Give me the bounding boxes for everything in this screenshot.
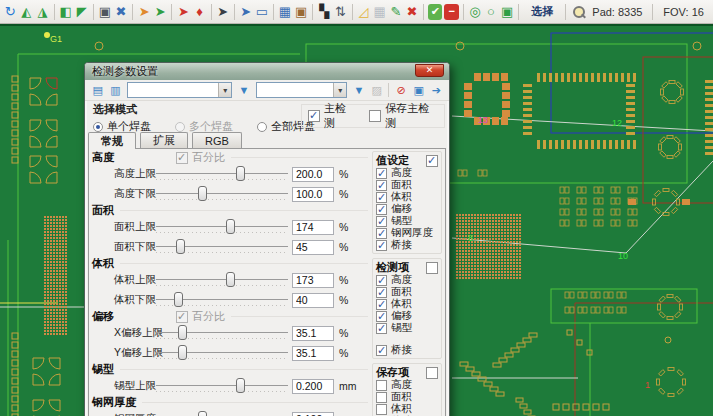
flip-horizontal-icon[interactable]: ◧	[57, 3, 73, 21]
select-button[interactable]: 选择	[522, 3, 562, 21]
param-value-input[interactable]	[292, 412, 334, 416]
slider-thumb-icon[interactable]	[176, 239, 185, 254]
grid-icon[interactable]: ▦	[277, 3, 293, 21]
param-value-input[interactable]	[292, 346, 334, 361]
mesh-icon[interactable]: ▦	[372, 3, 388, 21]
percent-option: 百分比	[176, 150, 225, 165]
slider-thumb-icon[interactable]	[226, 219, 235, 234]
mirror-a-right-icon[interactable]: ◮	[34, 3, 50, 21]
ruler-icon[interactable]: ◿	[355, 3, 371, 21]
main-toolbar: ↻◭◮◧◤▣✖➤➤➤♦➤➤▭▦▣▚⇅◿▦✎✖✔−◎○▣选择Pad: 8335FO…	[0, 0, 713, 24]
stop-icon[interactable]: −	[444, 4, 458, 20]
param-label: 锡型上限	[92, 379, 156, 393]
camera-icon[interactable]: ▣	[293, 3, 309, 21]
apply-template-2-icon[interactable]: ▼	[351, 82, 367, 98]
pin-green-icon[interactable]: ➤	[152, 3, 168, 21]
template-combo-2[interactable]: ▾	[256, 82, 347, 98]
param-group-header: 高度百分比	[92, 151, 368, 164]
rotate-icon[interactable]: ↻	[2, 3, 18, 21]
param-value-input[interactable]	[292, 167, 334, 182]
percent-label: 百分比	[192, 309, 225, 324]
pin-blue-icon[interactable]: ➤	[238, 3, 254, 21]
divider	[142, 402, 368, 403]
zoom-icon[interactable]	[569, 3, 585, 21]
edit-icon[interactable]: ✎	[388, 3, 404, 21]
param-slider[interactable]	[156, 410, 288, 416]
close-icon[interactable]: ✕	[415, 64, 444, 77]
tab-general[interactable]: 常规	[88, 132, 136, 149]
option-item[interactable]: 桥接	[376, 239, 438, 251]
param-slider[interactable]	[156, 324, 288, 342]
tiles-icon[interactable]: ▚	[316, 3, 332, 21]
param-value-input[interactable]	[292, 273, 334, 288]
open-add-icon[interactable]: ▥	[108, 82, 124, 98]
slider-thumb-icon[interactable]	[226, 272, 235, 287]
cancel-icon[interactable]: ⊘	[393, 82, 409, 98]
param-value-input[interactable]	[292, 379, 334, 394]
check-save-main-detection[interactable]: 保存主检测	[369, 101, 438, 131]
param-group-title: 钢网厚度	[92, 395, 136, 410]
apply-template-1-icon[interactable]: ▼	[236, 82, 252, 98]
param-value-input[interactable]	[292, 240, 334, 255]
circle-icon[interactable]: ○	[483, 3, 499, 21]
param-value-input[interactable]	[292, 293, 334, 308]
slider-thumb-icon[interactable]	[236, 378, 245, 393]
delete-icon[interactable]: ✖	[404, 3, 420, 21]
slider-thumb-icon[interactable]	[198, 186, 207, 201]
capture-icon[interactable]: ▣	[97, 3, 113, 21]
tab-rgb[interactable]: RGB	[192, 132, 242, 148]
pin-red-icon[interactable]: ➤	[175, 3, 191, 21]
open-icon[interactable]: ▤	[90, 82, 106, 98]
param-slider[interactable]	[156, 185, 288, 203]
option-label: 桥接	[391, 238, 412, 252]
svg-text:10: 10	[618, 251, 628, 261]
tab-extended[interactable]: 扩展	[140, 132, 188, 148]
check-main-detection[interactable]: 主检测	[308, 101, 355, 131]
param-group-0: 高度百分比高度上限%高度下限%	[92, 151, 368, 204]
checkbox-label: 主检测	[324, 101, 355, 131]
template-combo-1[interactable]: ▾	[127, 82, 232, 98]
param-slider[interactable]	[156, 218, 288, 236]
selection-box-icon[interactable]: ▭	[254, 3, 270, 21]
save-icon[interactable]: ▣	[411, 82, 427, 98]
param-group-2: 体积体积上限%体积下限%	[92, 257, 368, 310]
param-value-input[interactable]	[292, 187, 334, 202]
param-slider[interactable]	[156, 291, 288, 309]
square-circle-icon[interactable]: ▣	[499, 3, 515, 21]
target-icon[interactable]: ◎	[467, 3, 483, 21]
location-marker-icon[interactable]: ♦	[191, 3, 207, 21]
param-value-input[interactable]	[292, 220, 334, 235]
pin-orange-icon[interactable]: ➤	[136, 3, 152, 21]
dialog-titlebar[interactable]: 检测参数设置 ✕	[85, 63, 449, 80]
checkbox-icon	[376, 392, 387, 403]
fov-count-label: FOV: 16	[656, 6, 711, 18]
mirror-a-left-icon[interactable]: ◭	[18, 3, 34, 21]
param-slider[interactable]	[156, 165, 288, 183]
pin-dark-icon[interactable]: ➤	[215, 3, 231, 21]
slider-thumb-icon[interactable]	[198, 411, 207, 416]
confirm-icon[interactable]: ✔	[428, 4, 442, 20]
param-slider[interactable]	[156, 377, 288, 395]
slider-thumb-icon[interactable]	[174, 292, 183, 307]
param-value-input[interactable]	[292, 326, 334, 341]
panel-checkbox[interactable]	[426, 155, 438, 167]
param-slider[interactable]	[156, 238, 288, 256]
export-icon[interactable]: ➔	[428, 82, 444, 98]
percent-checkbox	[176, 152, 188, 164]
param-unit: %	[339, 241, 348, 253]
panel-checkbox[interactable]	[426, 262, 438, 274]
param-group-title: 体积	[92, 256, 114, 271]
slider-thumb-icon[interactable]	[236, 166, 245, 181]
tools-icon[interactable]: ✖	[113, 3, 129, 21]
sort-az-icon[interactable]: ⇅	[332, 3, 348, 21]
param-slider[interactable]	[156, 271, 288, 289]
option-panel-1: 检测项高度面积体积偏移锡型桥接	[372, 258, 442, 359]
panel-checkbox[interactable]	[426, 367, 438, 379]
slider-thumb-icon[interactable]	[178, 345, 187, 360]
option-item[interactable]: 桥接	[376, 344, 438, 356]
flip-vertical-icon[interactable]: ◤	[74, 3, 90, 21]
param-slider[interactable]	[156, 344, 288, 362]
slider-thumb-icon[interactable]	[178, 325, 187, 340]
stats-icon: ▨	[369, 82, 385, 98]
option-item[interactable]: 锡型	[376, 322, 438, 334]
